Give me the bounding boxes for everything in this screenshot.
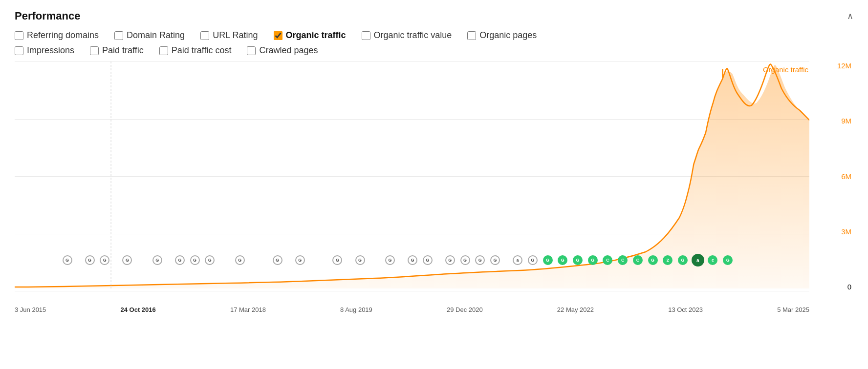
checkbox-input-paid-traffic[interactable] <box>90 46 99 55</box>
x-axis-label-2: 17 Mar 2018 <box>230 306 266 313</box>
event-icon-15[interactable]: G <box>423 255 433 265</box>
checkbox-label-organic-traffic: Organic traffic <box>286 30 346 41</box>
checkbox-input-paid-traffic-cost[interactable] <box>159 46 168 55</box>
panel-header: Performance ∧ <box>15 10 853 22</box>
x-axis-label-0: 3 Jun 2015 <box>15 306 46 313</box>
event-icon-28[interactable]: C <box>633 255 643 265</box>
checkbox-paid-traffic[interactable]: Paid traffic <box>90 45 144 56</box>
event-icon-3[interactable]: G <box>122 255 132 265</box>
x-axis-label-1: 24 Oct 2016 <box>120 306 155 313</box>
event-icon-7[interactable]: G <box>205 255 215 265</box>
event-icon-25[interactable]: G <box>588 255 598 265</box>
event-icon-18[interactable]: G <box>475 255 485 265</box>
event-icon-27[interactable]: C <box>618 255 628 265</box>
checkbox-label-domain-rating: Domain Rating <box>127 30 185 41</box>
event-icon-23[interactable]: G <box>558 255 567 265</box>
event-icon-34[interactable]: G <box>723 255 733 265</box>
checkbox-input-organic-traffic[interactable] <box>274 31 282 40</box>
event-icon-30[interactable]: 2 <box>663 255 673 265</box>
checkbox-crawled-pages[interactable]: Crawled pages <box>247 45 318 56</box>
event-icon-19[interactable]: G <box>490 255 500 265</box>
checkbox-input-organic-pages[interactable] <box>467 31 476 40</box>
event-icon-4[interactable]: G <box>152 255 162 265</box>
event-icon-12[interactable]: G <box>355 255 365 265</box>
checkbox-label-impressions: Impressions <box>27 45 74 56</box>
x-axis-labels: 3 Jun 201524 Oct 201617 Mar 20188 Aug 20… <box>15 291 809 315</box>
checkbox-label-paid-traffic-cost: Paid traffic cost <box>172 45 232 56</box>
checkbox-referring-domains[interactable]: Referring domains <box>15 30 99 41</box>
y-axis-label-2: 6M <box>837 172 853 181</box>
event-icon-13[interactable]: G <box>385 255 395 265</box>
event-icon-22[interactable]: G <box>543 255 553 265</box>
checkbox-label-referring-domains: Referring domains <box>27 30 99 41</box>
checkbox-input-url-rating[interactable] <box>200 31 209 40</box>
checkbox-url-rating[interactable]: URL Rating <box>200 30 258 41</box>
event-icon-14[interactable]: G <box>408 255 417 265</box>
event-icon-20[interactable]: a <box>513 255 522 265</box>
checkbox-label-organic-pages: Organic pages <box>479 30 537 41</box>
checkbox-organic-traffic[interactable]: Organic traffic <box>274 30 346 41</box>
event-icon-10[interactable]: G <box>295 255 305 265</box>
event-icon-11[interactable]: G <box>332 255 342 265</box>
x-axis-label-6: 13 Oct 2023 <box>668 306 703 313</box>
checkbox-input-organic-traffic-value[interactable] <box>362 31 370 40</box>
checkbox-label-paid-traffic: Paid traffic <box>102 45 144 56</box>
checkbox-organic-pages[interactable]: Organic pages <box>467 30 537 41</box>
event-icon-31[interactable]: G <box>678 255 688 265</box>
checkbox-paid-traffic-cost[interactable]: Paid traffic cost <box>159 45 232 56</box>
y-axis-label-1: 9M <box>837 117 853 125</box>
event-icon-6[interactable]: G <box>190 255 200 265</box>
chart-inner: GGGGGGGGGGGGGGGGGGGGaGGGGGCCCG2GacG <box>15 62 809 291</box>
checkbox-input-referring-domains[interactable] <box>15 31 23 40</box>
checkbox-domain-rating[interactable]: Domain Rating <box>114 30 185 41</box>
event-icons-row: GGGGGGGGGGGGGGGGGGGGaGGGGGCCCG2GacG <box>15 254 765 266</box>
checkbox-label-crawled-pages: Crawled pages <box>259 45 318 56</box>
x-axis-label-7: 5 Mar 2025 <box>777 306 809 313</box>
event-icon-24[interactable]: G <box>573 255 583 265</box>
checkbox-input-impressions[interactable] <box>15 46 23 55</box>
y-axis: 12M9M6M3M0 <box>837 62 853 315</box>
chart-area: Organic traffic 12M9M6M3M0 <box>15 62 853 315</box>
collapse-icon[interactable]: ∧ <box>847 11 853 21</box>
event-icon-1[interactable]: G <box>85 255 95 265</box>
event-icon-33[interactable]: c <box>708 255 717 265</box>
checkboxes-row-2: ImpressionsPaid trafficPaid traffic cost… <box>15 45 853 56</box>
x-axis-label-3: 8 Aug 2019 <box>340 306 372 313</box>
y-axis-label-4: 0 <box>837 283 853 291</box>
event-icon-21[interactable]: G <box>528 255 538 265</box>
event-icon-8[interactable]: G <box>235 255 245 265</box>
checkbox-organic-traffic-value[interactable]: Organic traffic value <box>362 30 452 41</box>
event-icon-26[interactable]: C <box>603 255 612 265</box>
panel-title: Performance <box>15 10 81 22</box>
checkbox-input-crawled-pages[interactable] <box>247 46 256 55</box>
checkbox-impressions[interactable]: Impressions <box>15 45 74 56</box>
event-icon-5[interactable]: G <box>175 255 185 265</box>
event-icon-17[interactable]: G <box>460 255 470 265</box>
event-icon-0[interactable]: G <box>63 255 72 265</box>
event-icon-9[interactable]: G <box>273 255 282 265</box>
y-axis-label-3: 3M <box>837 227 853 236</box>
event-icon-2[interactable]: G <box>100 255 109 265</box>
performance-panel: Performance ∧ Referring domainsDomain Ra… <box>0 0 868 369</box>
checkbox-label-url-rating: URL Rating <box>213 30 258 41</box>
event-icon-32[interactable]: a <box>692 254 704 266</box>
x-axis-label-4: 29 Dec 2020 <box>447 306 483 313</box>
event-icon-16[interactable]: G <box>445 255 455 265</box>
x-axis-label-5: 22 May 2022 <box>557 306 594 313</box>
checkbox-input-domain-rating[interactable] <box>114 31 123 40</box>
checkbox-label-organic-traffic-value: Organic traffic value <box>374 30 452 41</box>
event-icon-29[interactable]: G <box>648 255 658 265</box>
y-axis-label-0: 12M <box>837 62 853 70</box>
checkboxes-row-1: Referring domainsDomain RatingURL Rating… <box>15 30 853 41</box>
